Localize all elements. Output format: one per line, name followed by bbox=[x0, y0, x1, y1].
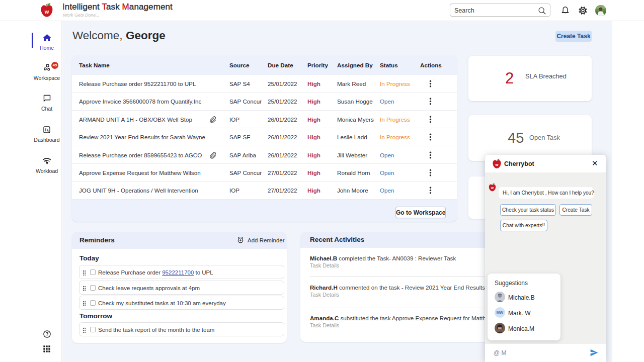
svg-text:w: w bbox=[495, 162, 499, 167]
svg-text:w: w bbox=[491, 186, 494, 190]
svg-text:w: w bbox=[44, 9, 49, 15]
